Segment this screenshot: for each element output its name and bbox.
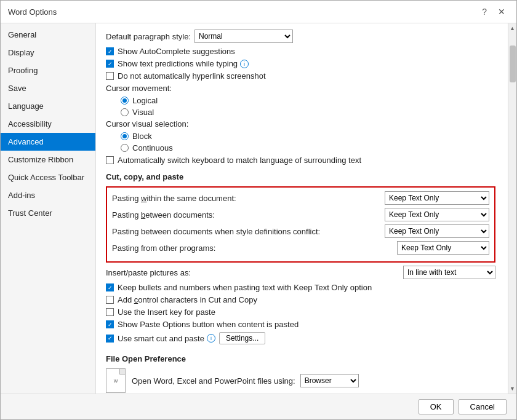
pasting-between-docs-underline: b [141, 210, 145, 220]
show-paste-checkbox[interactable] [106, 320, 114, 328]
pasting-same-doc-row: Pasting within the same document: Keep T… [112, 191, 489, 205]
sidebar-item-language[interactable]: Language [1, 97, 95, 115]
sidebar-item-advanced[interactable]: Advanced [1, 133, 95, 151]
smart-cut-label: Use smart cut and paste [118, 334, 204, 343]
pasting-between-docs-select[interactable]: Keep Text Only Keep Source Formatting Me… [385, 208, 489, 221]
scrollbar-thumb[interactable] [510, 46, 516, 82]
insert-paste-pictures-select[interactable]: In line with text Square Tight Behind te… [403, 266, 495, 279]
sidebar-item-general[interactable]: General [1, 26, 95, 44]
file-icon: W [106, 368, 126, 393]
file-open-header: File Open Preference [106, 354, 495, 363]
insert-key-checkbox[interactable] [106, 308, 114, 316]
add-control-row: Add control characters in Cut and Copy [106, 295, 495, 304]
title-bar-buttons: ? ✕ [478, 6, 509, 18]
text-predictions-checkbox[interactable] [106, 60, 114, 68]
cursor-movement-label: Cursor movement: [106, 84, 172, 93]
word-options-dialog: Word Options ? ✕ General Display Proofin… [0, 0, 517, 420]
auto-switch-keyboard-checkbox[interactable] [106, 156, 114, 164]
pasting-between-docs-label: Pasting between documents: [112, 210, 385, 220]
pasting-other-label: Pasting from other programs: [112, 244, 397, 253]
cancel-button[interactable]: Cancel [459, 399, 507, 414]
pasting-same-doc-select[interactable]: Keep Text Only Keep Source Formatting Me… [385, 191, 489, 205]
default-paragraph-row: Default paragraph style: Normal [106, 30, 495, 43]
title-bar: Word Options ? ✕ [1, 1, 516, 23]
pasting-conflict-select[interactable]: Keep Text Only Keep Source Formatting Me… [385, 224, 489, 238]
show-paste-row: Show Paste Options button when content i… [106, 320, 495, 329]
cursor-logical-label: Logical [132, 96, 158, 105]
pasting-between-docs-row: Pasting between documents: Keep Text Onl… [112, 208, 489, 221]
cursor-visual-label: Visual [132, 108, 154, 117]
cursor-block-label: Block [132, 132, 152, 141]
help-button[interactable]: ? [478, 6, 491, 18]
cursor-block-row: Block [121, 132, 495, 141]
cursor-visual-selection-label-row: Cursor visual selection: [106, 119, 495, 129]
sidebar-item-customize-ribbon[interactable]: Customize Ribbon [1, 151, 95, 168]
footer: OK Cancel [1, 394, 516, 419]
insert-paste-pictures-row: Insert/paste pictures as: In line with t… [106, 266, 495, 279]
cursor-block-radio[interactable] [121, 132, 129, 140]
open-word-label: Open Word, Excel and PowerPoint files us… [132, 376, 295, 386]
file-open-section: File Open Preference W Open Word, Excel … [106, 354, 495, 393]
scroll-down-arrow[interactable]: ▼ [508, 384, 516, 394]
settings-button[interactable]: Settings... [219, 332, 265, 344]
pasting-other-row: Pasting from other programs: Keep Text O… [112, 241, 489, 255]
sidebar-item-trust-center[interactable]: Trust Center [1, 204, 95, 222]
content-scroll: Default paragraph style: Normal Show Aut… [96, 23, 508, 394]
cursor-visual-selection-label: Cursor visual selection: [106, 119, 188, 129]
sidebar: General Display Proofing Save Language A… [1, 23, 96, 394]
content-with-scroll: Default paragraph style: Normal Show Aut… [96, 23, 516, 394]
pasting-conflict-label: Pasting between documents when style def… [112, 227, 385, 236]
autocomplete-row: Show AutoComplete suggestions [106, 47, 495, 56]
show-paste-label: Show Paste Options button when content i… [118, 320, 299, 329]
scroll-up-arrow[interactable]: ▲ [508, 23, 516, 33]
text-predictions-info-icon[interactable]: i [240, 60, 249, 68]
add-control-checkbox[interactable] [106, 296, 114, 304]
cursor-visual-radio[interactable] [121, 108, 129, 116]
keep-bullets-checkbox[interactable] [106, 283, 114, 291]
add-control-underline: c [134, 295, 138, 304]
dialog-title: Word Options [8, 7, 57, 17]
keep-bullets-row: Keep bullets and numbers when pasting te… [106, 283, 495, 292]
open-word-select[interactable]: Browser Desktop App [300, 374, 359, 387]
no-hyperlink-checkbox[interactable] [106, 72, 114, 80]
cursor-continuous-radio[interactable] [121, 144, 129, 152]
sidebar-item-proofing[interactable]: Proofing [1, 61, 95, 79]
file-open-row: W Open Word, Excel and PowerPoint files … [106, 368, 495, 393]
auto-switch-keyboard-label: Automatically switch keyboard to match l… [118, 156, 361, 165]
paste-dropdowns-box: Pasting within the same document: Keep T… [106, 186, 495, 263]
cursor-movement-label-row: Cursor movement: [106, 84, 495, 93]
cursor-continuous-row: Continuous [121, 143, 495, 153]
autocomplete-checkbox[interactable] [106, 47, 114, 55]
cursor-visual-row: Visual [121, 108, 495, 117]
cursor-continuous-label: Continuous [132, 143, 173, 153]
auto-switch-keyboard-row: Automatically switch keyboard to match l… [106, 156, 495, 165]
default-paragraph-select[interactable]: Normal [194, 30, 293, 43]
cut-copy-paste-header: Cut, copy, and paste [106, 172, 495, 181]
sidebar-item-save[interactable]: Save [1, 79, 95, 97]
keep-bullets-label: Keep bullets and numbers when pasting te… [118, 283, 372, 292]
cursor-visual-selection-group: Block Continuous [121, 132, 495, 153]
add-control-label: Add control characters in Cut and Copy [118, 295, 257, 304]
no-hyperlink-row: Do not automatically hyperlink screensho… [106, 71, 495, 81]
no-hyperlink-label: Do not automatically hyperlink screensho… [118, 71, 266, 81]
cut-copy-paste-section: Cut, copy, and paste Pasting within the … [106, 172, 495, 344]
pasting-other-select[interactable]: Keep Text Only Keep Source Formatting Me… [397, 241, 489, 255]
top-options-section: Default paragraph style: Normal Show Aut… [106, 30, 495, 165]
pasting-conflict-row: Pasting between documents when style def… [112, 224, 489, 238]
smart-cut-info-icon[interactable]: i [207, 334, 215, 343]
sidebar-item-add-ins[interactable]: Add-ins [1, 186, 95, 204]
smart-cut-checkbox[interactable] [106, 335, 114, 343]
scrollbar-track[interactable]: ▲ ▼ [508, 23, 516, 394]
cursor-logical-radio[interactable] [121, 97, 129, 105]
close-button[interactable]: ✕ [494, 6, 509, 18]
sidebar-item-quick-access[interactable]: Quick Access Toolbar [1, 168, 95, 186]
insert-key-row: Use the Insert key for paste [106, 307, 495, 317]
autocomplete-label: Show AutoComplete suggestions [118, 47, 235, 56]
dialog-body: General Display Proofing Save Language A… [1, 23, 516, 394]
ok-button[interactable]: OK [419, 399, 454, 414]
text-predictions-label: Show text predictions while typing [118, 59, 238, 68]
sidebar-item-accessibility[interactable]: Accessibility [1, 115, 95, 133]
insert-paste-pictures-label: Insert/paste pictures as: [106, 268, 403, 277]
insert-key-label: Use the Insert key for paste [118, 307, 215, 317]
sidebar-item-display[interactable]: Display [1, 44, 95, 61]
